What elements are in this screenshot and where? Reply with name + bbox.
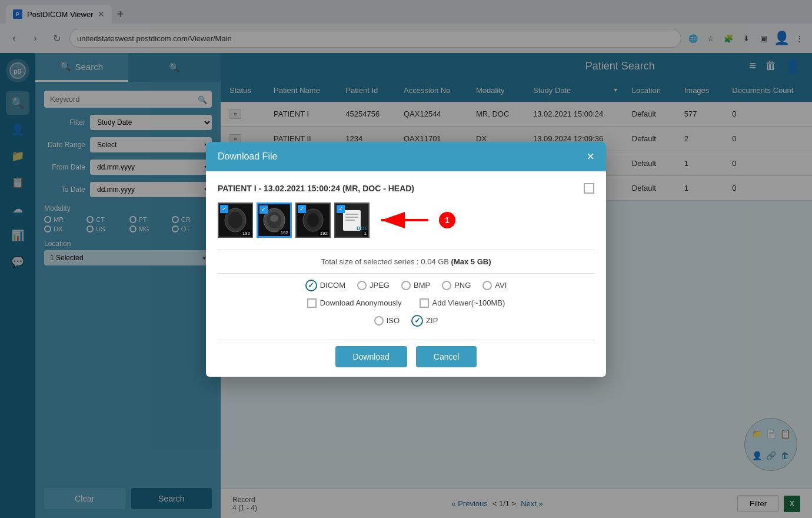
arrow-annotation: 1 xyxy=(375,208,455,232)
series-thumb-3-label: 192 xyxy=(318,230,330,237)
series-thumb-2[interactable]: ✓ 192 xyxy=(257,202,292,238)
check-options: Download Anonymously Add Viewer(~100MB) xyxy=(218,298,594,308)
format-dicom-label: DICOM xyxy=(320,281,345,290)
series-thumb-3[interactable]: ✓ 192 xyxy=(295,202,331,238)
svg-rect-14 xyxy=(345,214,358,215)
series-thumb-1-check: ✓ xyxy=(220,205,228,213)
modal-title: Download File xyxy=(218,151,277,162)
max-size-label: (Max 5 GB) xyxy=(451,257,491,266)
archive-iso-radio xyxy=(374,316,384,326)
svg-rect-16 xyxy=(345,220,355,221)
format-options: ✓ DICOM JPEG BMP PNG AVI xyxy=(218,280,594,291)
series-thumb-1[interactable]: ✓ 192 xyxy=(218,202,253,238)
add-viewer-check[interactable]: Add Viewer(~100MB) xyxy=(420,298,505,308)
format-avi-label: AVI xyxy=(495,281,507,290)
arrow-badge: 1 xyxy=(439,212,455,228)
series-thumb-4[interactable]: ✓ DOC 1 xyxy=(334,202,370,238)
format-bmp-radio xyxy=(401,281,411,290)
modal-actions: Download Cancel xyxy=(206,340,606,377)
cancel-button[interactable]: Cancel xyxy=(416,346,477,367)
add-viewer-label: Add Viewer(~100MB) xyxy=(432,298,505,307)
download-modal: Download File × PATIENT I - 13.02.2021 1… xyxy=(206,142,606,377)
format-jpeg-label: JPEG xyxy=(370,281,390,290)
format-bmp-label: BMP xyxy=(414,281,430,290)
format-jpeg-radio xyxy=(357,281,367,290)
svg-point-4 xyxy=(228,212,242,228)
format-dicom-radio: ✓ xyxy=(305,280,317,291)
add-viewer-checkbox xyxy=(420,298,429,308)
series-thumb-2-check: ✓ xyxy=(259,205,268,214)
size-label: Total size of selected series : 0.04 GB xyxy=(321,257,451,266)
modal-overlay: Download File × PATIENT I - 13.02.2021 1… xyxy=(0,0,812,518)
modal-patient-name: PATIENT I - 13.02.2021 15:00:24 (MR, DOC… xyxy=(218,184,414,193)
format-dicom[interactable]: ✓ DICOM xyxy=(305,280,345,291)
format-avi[interactable]: AVI xyxy=(482,281,507,290)
download-anonymously-check[interactable]: Download Anonymously xyxy=(307,298,402,308)
modal-select-all-checkbox[interactable] xyxy=(584,183,594,194)
svg-point-8 xyxy=(270,215,278,222)
archive-options: ISO ✓ ZIP xyxy=(218,315,594,327)
download-anonymously-label: Download Anonymously xyxy=(320,298,402,307)
archive-zip[interactable]: ✓ ZIP xyxy=(411,315,438,327)
series-thumb-4-label: 1 xyxy=(362,230,368,237)
archive-zip-radio: ✓ xyxy=(411,315,423,327)
format-bmp[interactable]: BMP xyxy=(401,281,430,290)
series-thumb-1-label: 192 xyxy=(241,230,252,237)
modal-body: PATIENT I - 13.02.2021 15:00:24 (MR, DOC… xyxy=(206,171,606,250)
modal-size-info: Total size of selected series : 0.04 GB … xyxy=(206,250,606,273)
format-avi-radio xyxy=(482,281,492,290)
svg-point-11 xyxy=(307,213,319,227)
svg-rect-15 xyxy=(345,217,358,218)
format-png-radio xyxy=(442,281,451,290)
format-png-label: PNG xyxy=(454,281,471,290)
modal-options: ✓ DICOM JPEG BMP PNG AVI xyxy=(206,274,606,340)
series-thumb-4-check: ✓ xyxy=(337,205,345,213)
modal-close-button[interactable]: × xyxy=(587,150,594,163)
archive-zip-label: ZIP xyxy=(426,316,438,325)
format-png[interactable]: PNG xyxy=(442,281,471,290)
format-jpeg[interactable]: JPEG xyxy=(357,281,390,290)
modal-header: Download File × xyxy=(206,142,606,171)
series-row-container: ✓ 192 ✓ xyxy=(218,202,594,238)
arrow-icon xyxy=(375,208,434,232)
series-thumb-3-check: ✓ xyxy=(298,205,306,213)
archive-iso[interactable]: ISO xyxy=(374,316,400,326)
series-thumbnails: ✓ 192 ✓ xyxy=(218,202,370,238)
download-anonymously-checkbox xyxy=(307,298,317,308)
download-button[interactable]: Download xyxy=(335,346,407,367)
archive-iso-label: ISO xyxy=(387,316,400,325)
series-thumb-2-label: 192 xyxy=(279,230,290,236)
modal-patient-header: PATIENT I - 13.02.2021 15:00:24 (MR, DOC… xyxy=(218,183,594,194)
